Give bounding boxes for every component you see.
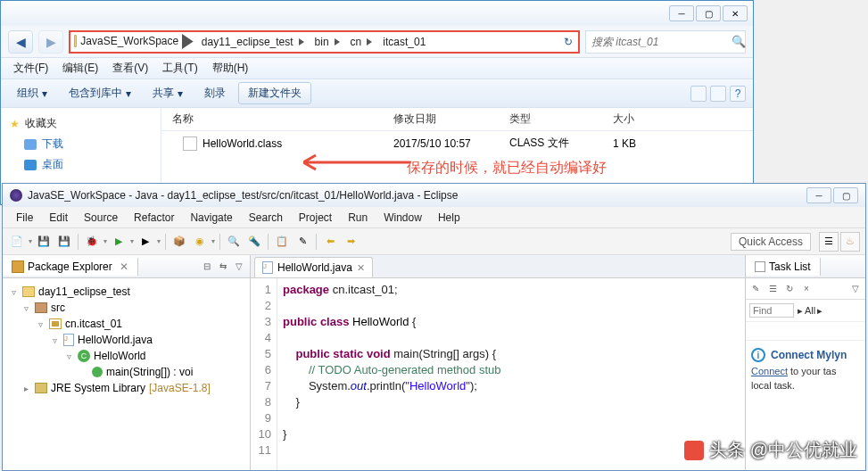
collapse-all-button[interactable]: ⊟ bbox=[200, 260, 214, 274]
save-button[interactable]: 💾 bbox=[35, 233, 53, 251]
menu-navigate[interactable]: Navigate bbox=[182, 210, 240, 226]
crumb-1[interactable]: day11_eclipse_test bbox=[202, 36, 293, 48]
menu-tools[interactable]: 工具(T) bbox=[155, 59, 204, 78]
back-button[interactable]: ◀ bbox=[8, 30, 33, 54]
eclipse-menubar: File Edit Source Refactor Navigate Searc… bbox=[3, 207, 865, 228]
eclipse-maximize-button[interactable]: ▢ bbox=[833, 187, 858, 203]
class-icon: C bbox=[78, 350, 90, 362]
file-row[interactable]: HelloWorld.class 2017/5/10 10:57 CLASS 文… bbox=[161, 131, 753, 155]
close-tab-icon[interactable]: ✕ bbox=[357, 262, 365, 274]
address-bar[interactable]: JavaSE_WorkSpace day11_eclipse_test bin … bbox=[69, 30, 580, 54]
search-box[interactable]: 🔍 bbox=[585, 30, 746, 54]
nav-back-button[interactable]: ⬅ bbox=[321, 233, 339, 251]
tree-src[interactable]: ▿src bbox=[6, 300, 246, 316]
menu-project[interactable]: Project bbox=[291, 210, 340, 226]
mylyn-panel: iConnect Mylyn Connect to your tas local… bbox=[746, 340, 865, 398]
package-icon bbox=[49, 318, 62, 329]
run-last-button[interactable]: ▶ bbox=[136, 233, 154, 251]
debug-button[interactable]: 🐞 bbox=[83, 233, 101, 251]
header-type[interactable]: 类型 bbox=[509, 112, 613, 127]
search-button[interactable]: 🔦 bbox=[245, 233, 263, 251]
eclipse-minimize-button[interactable]: ─ bbox=[806, 187, 831, 203]
open-type-button[interactable]: 🔍 bbox=[225, 233, 243, 251]
close-button[interactable]: ✕ bbox=[723, 5, 748, 21]
watermark: 头条 @中公优就业 bbox=[684, 438, 857, 462]
organize-button[interactable]: 组织 ▾ bbox=[8, 83, 56, 103]
task-list-tab[interactable]: Task List bbox=[746, 258, 821, 276]
new-task-button[interactable]: ✎ bbox=[748, 282, 763, 296]
menu-file[interactable]: File bbox=[8, 210, 41, 226]
save-all-button[interactable]: 💾 bbox=[55, 233, 73, 251]
preview-pane-button[interactable] bbox=[710, 86, 726, 102]
editor-tab[interactable]: HelloWorld.java ✕ bbox=[254, 257, 373, 277]
crumb-root[interactable]: JavaSE_WorkSpace bbox=[80, 35, 178, 47]
favorites-header[interactable]: ★收藏夹 bbox=[4, 113, 157, 134]
minimize-button[interactable]: ─ bbox=[669, 5, 694, 21]
new-button[interactable]: 📄 bbox=[8, 233, 26, 251]
task-category-button[interactable]: ☰ bbox=[765, 282, 780, 296]
run-button[interactable]: ▶ bbox=[110, 233, 128, 251]
all-filter[interactable]: ▸ All ▸ bbox=[798, 303, 823, 318]
menu-help[interactable]: 帮助(H) bbox=[205, 59, 256, 78]
menu-edit[interactable]: 编辑(E) bbox=[55, 59, 105, 78]
new-class-button[interactable]: ◉ bbox=[191, 233, 209, 251]
toggle-breadcrumb-button[interactable]: 📋 bbox=[273, 233, 291, 251]
task-refresh-button[interactable]: ↻ bbox=[782, 282, 797, 296]
menu-file[interactable]: 文件(F) bbox=[6, 59, 55, 78]
sidebar-downloads[interactable]: 下载 bbox=[4, 134, 157, 154]
quick-access[interactable]: Quick Access bbox=[731, 233, 811, 251]
code-editor[interactable]: 1234567891011 package cn.itcast_01; publ… bbox=[251, 278, 745, 470]
tree-jre[interactable]: ▸JRE System Library [JavaSE-1.8] bbox=[6, 380, 246, 396]
eclipse-titlebar: JavaSE_WorkSpace - Java - day11_eclipse_… bbox=[3, 184, 865, 207]
menu-refactor[interactable]: Refactor bbox=[126, 210, 182, 226]
help-icon[interactable]: ? bbox=[730, 86, 746, 102]
nav-forward-button[interactable]: ➡ bbox=[342, 233, 360, 251]
header-size[interactable]: 大小 bbox=[613, 112, 684, 127]
maximize-button[interactable]: ▢ bbox=[696, 5, 721, 21]
mark-occurrences-button[interactable]: ✎ bbox=[293, 233, 311, 251]
task-toolbar: ✎ ☰ ↻ × ▽ bbox=[746, 278, 865, 300]
menu-edit[interactable]: Edit bbox=[41, 210, 76, 226]
tree-java-file[interactable]: ▿HelloWorld.java bbox=[6, 332, 246, 348]
editor-area: HelloWorld.java ✕ 1234567891011 package … bbox=[251, 255, 746, 470]
project-icon bbox=[22, 286, 35, 297]
share-button[interactable]: 共享 ▾ bbox=[144, 83, 192, 103]
tree-class[interactable]: ▿CHelloWorld bbox=[6, 348, 246, 364]
newfolder-button[interactable]: 新建文件夹 bbox=[238, 82, 311, 104]
mylyn-connect-link[interactable]: Connect bbox=[751, 366, 788, 376]
link-editor-button[interactable]: ⇆ bbox=[216, 260, 230, 274]
package-explorer-tab[interactable]: Package Explorer ✕ bbox=[3, 258, 138, 276]
menu-help[interactable]: Help bbox=[430, 210, 468, 226]
tree-package[interactable]: ▿cn.itcast_01 bbox=[6, 316, 246, 332]
view-mode-button[interactable] bbox=[690, 86, 707, 102]
crumb-3[interactable]: cn bbox=[351, 36, 362, 48]
code-content[interactable]: package cn.itcast_01; public class Hello… bbox=[277, 278, 745, 470]
sidebar-desktop[interactable]: 桌面 bbox=[4, 154, 157, 175]
find-input[interactable] bbox=[749, 303, 794, 318]
forward-button[interactable]: ▶ bbox=[38, 30, 63, 54]
menu-search[interactable]: Search bbox=[241, 210, 291, 226]
menu-source[interactable]: Source bbox=[76, 210, 126, 226]
eclipse-title: JavaSE_WorkSpace - Java - day11_eclipse_… bbox=[28, 189, 458, 202]
crumb-2[interactable]: bin bbox=[315, 36, 329, 48]
menu-view[interactable]: 查看(V) bbox=[105, 59, 155, 78]
header-name[interactable]: 名称 bbox=[161, 112, 393, 127]
task-menu-button[interactable]: ▽ bbox=[848, 282, 863, 296]
menu-run[interactable]: Run bbox=[340, 210, 376, 226]
view-menu-button[interactable]: ▽ bbox=[232, 260, 246, 274]
tree-method[interactable]: main(String[]) : voi bbox=[6, 364, 246, 380]
task-find-bar: ▸ All ▸ bbox=[746, 300, 865, 322]
header-modified[interactable]: 修改日期 bbox=[393, 112, 509, 127]
java-perspective-button[interactable]: ♨ bbox=[840, 232, 860, 252]
search-icon[interactable]: 🔍 bbox=[732, 35, 746, 48]
search-input[interactable] bbox=[591, 36, 726, 48]
perspective-button[interactable]: ☰ bbox=[819, 232, 839, 252]
new-package-button[interactable]: 📦 bbox=[170, 233, 188, 251]
task-collapse-button[interactable]: × bbox=[799, 282, 814, 296]
tree-project[interactable]: ▿day11_eclipse_test bbox=[6, 284, 246, 300]
refresh-button[interactable]: ↻ bbox=[558, 36, 578, 48]
crumb-4[interactable]: itcast_01 bbox=[383, 36, 426, 48]
include-button[interactable]: 包含到库中 ▾ bbox=[60, 83, 140, 103]
menu-window[interactable]: Window bbox=[376, 210, 430, 226]
burn-button[interactable]: 刻录 bbox=[195, 83, 235, 103]
